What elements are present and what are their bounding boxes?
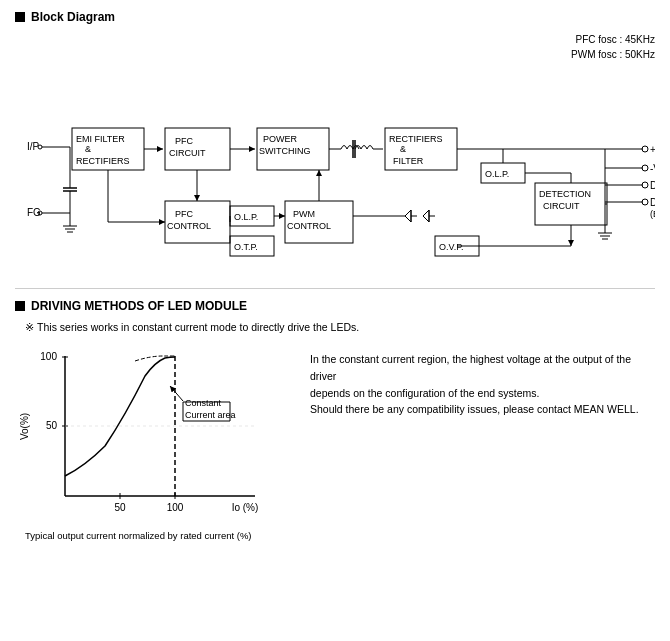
- block-diagram-title: Block Diagram: [31, 10, 115, 24]
- description-line-1: In the constant current region, the high…: [310, 351, 655, 385]
- pfc-note-1: PFC fosc : 45KHz: [15, 32, 655, 47]
- svg-text:DIM+: DIM+: [650, 180, 655, 191]
- svg-marker-81: [423, 210, 429, 222]
- fg-label: FG: [27, 207, 41, 218]
- svg-text:O.V.P.: O.V.P.: [439, 242, 464, 252]
- svg-marker-78: [405, 210, 411, 222]
- svg-text:CIRCUIT: CIRCUIT: [169, 148, 206, 158]
- description-line-3: Should there be any compatibility issues…: [310, 401, 655, 418]
- svg-text:PFC: PFC: [175, 209, 194, 219]
- svg-text:PWM: PWM: [293, 209, 315, 219]
- svg-text:+V: +V: [650, 144, 655, 155]
- svg-text:SWITCHING: SWITCHING: [259, 146, 311, 156]
- pfc-note: PFC fosc : 45KHz PWM fosc : 50KHz: [15, 32, 655, 62]
- constant-current-label: Constant: [185, 398, 222, 408]
- chart-area: Vo(%) 100 50 50 100: [15, 346, 295, 541]
- svg-text:-V: -V: [650, 163, 655, 174]
- chart-svg: 100 50 50 100 Io (%): [35, 346, 265, 526]
- chart-caption: Typical output current normalized by rat…: [25, 530, 295, 541]
- chart-description: In the constant current region, the high…: [310, 346, 655, 541]
- block-diagram-header: Block Diagram: [15, 10, 655, 24]
- svg-text:O.T.P.: O.T.P.: [234, 242, 258, 252]
- svg-text:DETECTION: DETECTION: [539, 189, 591, 199]
- block-diagram-container: I/P FG EMI FILTER & RECTIFIERS: [15, 68, 655, 268]
- chart-with-yaxis: Vo(%) 100 50 50 100: [15, 346, 295, 526]
- section-icon: [15, 12, 25, 22]
- block-diagram-section: Block Diagram PFC fosc : 45KHz PWM fosc …: [15, 10, 655, 268]
- driving-note: ※ This series works in constant current …: [25, 321, 655, 334]
- svg-text:O.L.P.: O.L.P.: [485, 169, 509, 179]
- driving-methods-title: DRIVING METHODS OF LED MODULE: [31, 299, 247, 313]
- svg-text:100: 100: [167, 502, 184, 513]
- divider: [15, 288, 655, 289]
- svg-text:Io (%): Io (%): [232, 502, 259, 513]
- svg-text:CONTROL: CONTROL: [167, 221, 211, 231]
- block-diagram-svg: I/P FG EMI FILTER & RECTIFIERS: [15, 68, 655, 268]
- svg-text:&: &: [85, 144, 91, 154]
- svg-text:CIRCUIT: CIRCUIT: [543, 201, 580, 211]
- svg-text:RECTIFIERS: RECTIFIERS: [389, 134, 443, 144]
- y-axis-label: Vo(%): [20, 412, 31, 439]
- driving-methods-header: DRIVING METHODS OF LED MODULE: [15, 299, 655, 313]
- svg-text:DIM-: DIM-: [650, 197, 655, 208]
- driving-section-icon: [15, 301, 25, 311]
- svg-text:PFC: PFC: [175, 136, 194, 146]
- svg-text:FILTER: FILTER: [393, 156, 424, 166]
- svg-text:(B Type): (B Type): [650, 209, 655, 219]
- svg-text:Current area: Current area: [185, 410, 236, 420]
- description-line-2: depends on the configuration of the end …: [310, 385, 655, 402]
- svg-text:&: &: [400, 144, 406, 154]
- y-axis-label-container: Vo(%): [15, 346, 35, 506]
- svg-text:CONTROL: CONTROL: [287, 221, 331, 231]
- svg-text:50: 50: [46, 420, 58, 431]
- svg-text:O.L.P.: O.L.P.: [234, 212, 258, 222]
- pfc-note-2: PWM fosc : 50KHz: [15, 47, 655, 62]
- svg-text:50: 50: [114, 502, 126, 513]
- svg-text:100: 100: [40, 351, 57, 362]
- svg-text:EMI FILTER: EMI FILTER: [76, 134, 125, 144]
- svg-text:RECTIFIERS: RECTIFIERS: [76, 156, 130, 166]
- driving-content: Vo(%) 100 50 50 100: [15, 346, 655, 541]
- driving-methods-section: DRIVING METHODS OF LED MODULE ※ This ser…: [15, 299, 655, 541]
- svg-text:POWER: POWER: [263, 134, 298, 144]
- svg-line-102: [170, 386, 183, 401]
